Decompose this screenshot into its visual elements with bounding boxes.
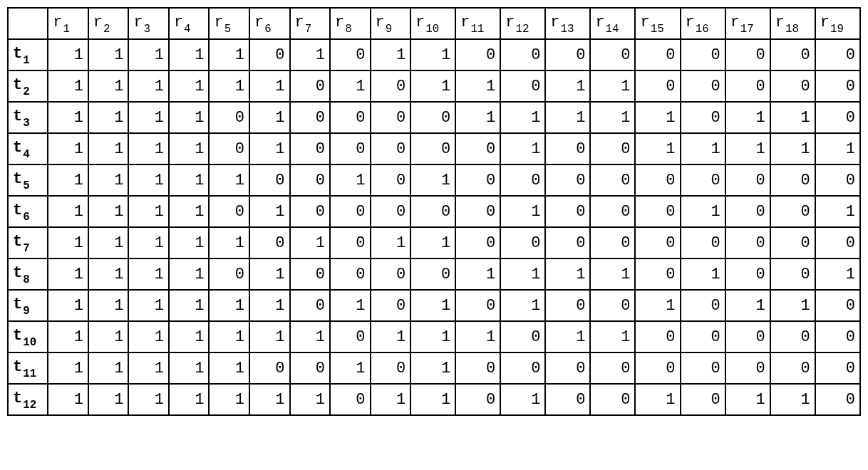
cell: 0 [249,227,290,258]
cell: 1 [128,70,169,102]
cell: 1 [48,102,88,133]
cell: 0 [249,164,290,196]
cell: 0 [635,164,680,196]
cell: 1 [88,227,129,258]
cell: 1 [410,321,455,352]
cell: 1 [590,102,635,133]
cell: 0 [410,258,455,290]
cell: 1 [410,352,455,384]
cell: 1 [88,258,129,290]
cell: 0 [725,39,770,70]
cell: 1 [209,227,249,258]
cell: 1 [88,39,129,70]
cell: 0 [681,102,725,133]
cell: 0 [681,290,725,321]
cell: 1 [128,164,169,196]
row-header: t10 [8,321,48,352]
cell: 0 [371,352,411,384]
col-header: r15 [635,8,680,39]
row-header: t3 [8,102,48,133]
cell: 1 [725,133,770,164]
cell: 0 [371,70,411,102]
cell: 1 [290,384,331,415]
cell: 0 [815,70,860,102]
col-header: r8 [330,8,371,39]
cell: 1 [590,258,635,290]
cell: 1 [249,384,290,415]
cell: 0 [371,258,411,290]
cell: 1 [249,133,290,164]
cell: 0 [371,196,411,227]
cell: 0 [770,227,815,258]
cell: 0 [545,227,590,258]
data-table: r1r2r3r4r5r6r7r8r9r10r11r12r13r14r15r16r… [7,7,861,416]
cell: 0 [815,384,860,415]
cell: 0 [725,196,770,227]
cell: 0 [545,164,590,196]
cell: 0 [330,102,371,133]
cell: 1 [770,102,815,133]
cell: 1 [48,133,88,164]
col-header: r11 [455,8,500,39]
cell: 1 [410,70,455,102]
cell: 1 [209,384,249,415]
cell: 0 [635,227,680,258]
cell: 1 [290,227,331,258]
cell: 1 [330,164,371,196]
cell: 1 [500,102,545,133]
cell: 0 [455,227,500,258]
cell: 0 [455,39,500,70]
cell: 0 [815,321,860,352]
cell: 0 [545,290,590,321]
cell: 1 [128,196,169,227]
cell: 0 [330,258,371,290]
cell: 0 [815,227,860,258]
cell: 1 [590,70,635,102]
cell: 0 [410,102,455,133]
cell: 0 [590,164,635,196]
cell: 0 [330,39,371,70]
cell: 0 [590,133,635,164]
cell: 1 [209,321,249,352]
cell: 1 [209,164,249,196]
cell: 0 [455,384,500,415]
cell: 1 [88,70,129,102]
cell: 0 [290,70,331,102]
cell: 0 [545,384,590,415]
cell: 1 [455,321,500,352]
row-header: t5 [8,164,48,196]
col-header: r13 [545,8,590,39]
cell: 0 [455,290,500,321]
cell: 0 [500,39,545,70]
cell: 1 [725,102,770,133]
cell: 1 [88,164,129,196]
cell: 1 [249,321,290,352]
col-header: r7 [290,8,331,39]
table-row: t71111101011000000000 [8,227,860,258]
header-row: r1r2r3r4r5r6r7r8r9r10r11r12r13r14r15r16r… [8,8,860,39]
cell: 1 [590,321,635,352]
cell: 0 [330,196,371,227]
row-header: t11 [8,352,48,384]
cell: 0 [590,384,635,415]
cell: 1 [249,196,290,227]
cell: 1 [635,290,680,321]
cell: 0 [815,102,860,133]
cell: 1 [330,70,371,102]
cell: 0 [500,352,545,384]
cell: 1 [249,70,290,102]
table-row: t21111110101101100000 [8,70,860,102]
cell: 0 [635,258,680,290]
cell: 1 [410,384,455,415]
cell: 1 [410,39,455,70]
cell: 1 [209,70,249,102]
table-row: t121111111011010010110 [8,384,860,415]
cell: 1 [500,258,545,290]
cell: 0 [209,196,249,227]
cell: 0 [209,133,249,164]
cell: 0 [635,321,680,352]
cell: 0 [635,196,680,227]
cell: 1 [48,39,88,70]
cell: 0 [209,258,249,290]
cell: 0 [545,39,590,70]
